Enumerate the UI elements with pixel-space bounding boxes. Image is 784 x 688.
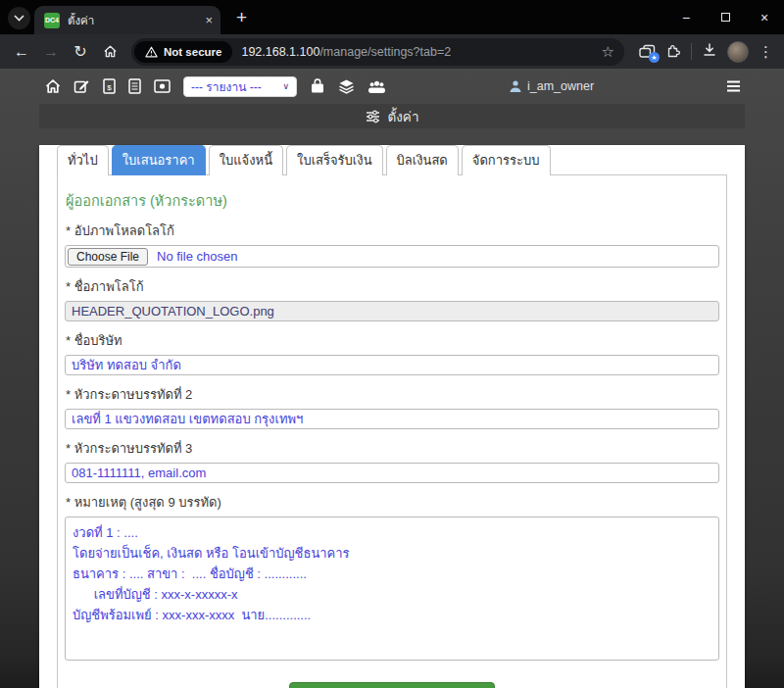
save-button[interactable]: บันทึกการตั้งค่าใบเสนอราคา	[289, 682, 495, 688]
home-icon	[103, 44, 118, 59]
receipt-document-button[interactable]	[128, 78, 141, 94]
chevron-down-icon: ∨	[282, 81, 289, 91]
bag-icon	[310, 78, 325, 94]
upload-logo-label: * อัปภาพโหลดโลโก้	[66, 221, 718, 241]
url-text: 192.168.1.100/manage/settings?tab=2	[241, 45, 451, 59]
puzzle-icon	[665, 42, 681, 58]
browser-window: DC4 ตั้งค่า × + − × ← → ↻ Not secure 192…	[0, 0, 784, 688]
warning-icon	[145, 46, 158, 58]
tab-panel: ผู้ออกเอกสาร (หัวกระดาษ) * อัปภาพโหลดโลโ…	[57, 174, 727, 688]
security-label: Not secure	[164, 46, 221, 58]
username-label: i_am_owner	[527, 79, 594, 93]
save-to-collection-button[interactable]: ★	[639, 44, 656, 59]
browser-home-button[interactable]	[97, 39, 122, 65]
page-title-bar: ตั้งค่า	[39, 104, 745, 128]
edit-icon	[74, 78, 90, 94]
tab-cash-bill[interactable]: บิลเงินสด	[386, 145, 459, 175]
url-host: 192.168.1.100	[241, 45, 319, 59]
browser-menu-button[interactable]: ⋮	[759, 43, 773, 61]
layers-icon	[338, 78, 355, 94]
downloads-button[interactable]	[702, 42, 717, 62]
security-chip[interactable]: Not secure	[134, 41, 232, 63]
section-title: ผู้ออกเอกสาร (หัวกระดาษ)	[66, 189, 718, 212]
header-line2-label: * หัวกระดาษบรรทัดที่ 2	[66, 384, 718, 405]
browser-tab-strip: DC4 ตั้งค่า × + − ×	[0, 0, 784, 34]
chevron-down-icon	[14, 15, 24, 22]
extensions-button[interactable]	[665, 42, 681, 62]
page-title: ตั้งค่า	[388, 106, 419, 127]
toolbar-right: ★ ⋮	[633, 41, 775, 63]
stock-button[interactable]	[338, 78, 355, 94]
minimize-button[interactable]: −	[666, 0, 706, 34]
favicon: DC4	[44, 13, 60, 28]
reload-button[interactable]: ↻	[68, 39, 93, 65]
tab-close-icon[interactable]: ×	[205, 14, 213, 26]
header-line2-field[interactable]	[65, 409, 719, 429]
home-icon	[45, 78, 61, 94]
svg-text:$: $	[107, 83, 112, 92]
logo-name-label: * ชื่อภาพโลโก้	[66, 276, 718, 297]
invoice-dollar-icon: $	[103, 78, 116, 94]
app-navbar: $ --- รายงาน --- ∨ i_am_	[0, 69, 784, 104]
bookmark-star-icon[interactable]: ☆	[602, 43, 614, 61]
url-path: /manage/settings?tab=2	[319, 45, 451, 59]
back-button[interactable]: ←	[9, 39, 34, 65]
tab-title: ตั้งค่า	[68, 12, 197, 29]
company-name-label: * ชื่อบริษัท	[66, 330, 718, 351]
browser-tab[interactable]: DC4 ตั้งค่า ×	[34, 6, 220, 34]
browser-toolbar: ← → ↻ Not secure 192.168.1.100/manage/se…	[0, 34, 784, 69]
customers-button[interactable]	[368, 79, 386, 94]
tab-invoice[interactable]: ใบแจ้งหนี้	[209, 145, 283, 175]
tab-quotation[interactable]: ใบเสนอราคา	[112, 145, 206, 175]
user-icon	[509, 79, 522, 93]
settings-tabs: ทั่วไป ใบเสนอราคา ใบแจ้งหนี้ ใบเสร็จรับเ…	[57, 145, 727, 174]
badge-star-icon: ★	[649, 52, 660, 63]
header-line3-field[interactable]	[65, 463, 719, 483]
photo-icon	[154, 79, 171, 93]
forward-button: →	[38, 39, 64, 65]
maximize-button[interactable]	[706, 0, 745, 34]
app-home-button[interactable]	[45, 78, 61, 94]
choose-file-button[interactable]: Choose File	[68, 248, 148, 266]
products-button[interactable]	[310, 78, 325, 94]
close-button[interactable]: ×	[745, 0, 784, 34]
app-menu-button[interactable]	[726, 69, 741, 104]
users-icon	[368, 79, 386, 94]
note-field[interactable]: งวดที่ 1 : .... โดยจ่ายเป็นเช็ค, เงินสด …	[65, 516, 719, 661]
billing-document-button[interactable]: $	[103, 78, 116, 94]
web-page: $ --- รายงาน --- ∨ i_am_	[0, 69, 784, 688]
settings-sliders-icon	[366, 110, 380, 123]
toolbar-separator	[691, 43, 692, 60]
address-bar[interactable]: Not secure 192.168.1.100/manage/settings…	[131, 38, 624, 66]
edit-document-button[interactable]	[74, 78, 90, 94]
tab-search-button[interactable]	[8, 7, 30, 29]
reports-dropdown-value: --- รายงาน ---	[191, 77, 262, 96]
company-name-field[interactable]	[65, 355, 719, 375]
photo-button[interactable]	[154, 79, 171, 93]
hamburger-icon	[726, 80, 741, 92]
note-label: * หมายเหตุ (สูงสุด 9 บรรทัด)	[66, 492, 718, 513]
receipt-icon	[128, 78, 141, 94]
tab-system[interactable]: จัดการระบบ	[462, 145, 551, 175]
tab-general[interactable]: ทั่วไป	[57, 145, 109, 175]
header-line3-label: * หัวกระดาษบรรทัดที่ 3	[66, 438, 718, 459]
tab-receipt[interactable]: ใบเสร็จรับเงิน	[286, 145, 383, 175]
maximize-icon	[721, 13, 730, 22]
settings-card: ทั่วไป ใบเสนอราคา ใบแจ้งหนี้ ใบเสร็จรับเ…	[39, 145, 745, 688]
window-controls: − ×	[666, 0, 784, 34]
download-icon	[702, 42, 717, 58]
file-status: No file chosen	[157, 249, 237, 264]
current-user[interactable]: i_am_owner	[509, 69, 594, 104]
reports-dropdown[interactable]: --- รายงาน --- ∨	[183, 76, 297, 97]
logo-file-input[interactable]: Choose File No file chosen	[65, 245, 719, 268]
logo-name-field	[65, 301, 719, 321]
profile-avatar[interactable]	[727, 41, 749, 63]
new-tab-button[interactable]: +	[236, 8, 247, 26]
